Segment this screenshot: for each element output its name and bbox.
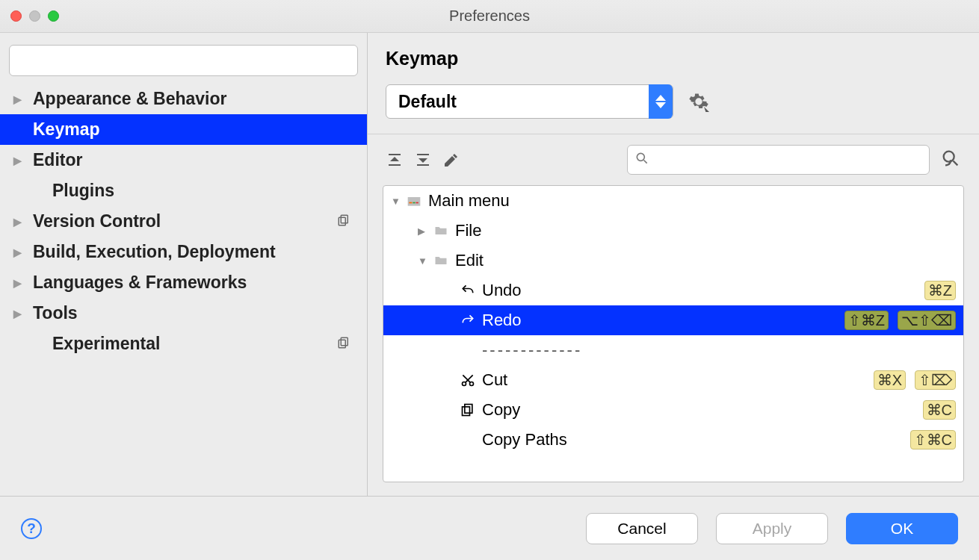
tree-item-label: Edit [455,251,484,270]
redo-icon [458,313,478,328]
action-tree[interactable]: ▼Main menu▶File▼EditUndo⌘ZRedo⇧⌘Z⌥⇧⌫----… [383,185,964,482]
svg-line-16 [644,161,647,164]
svg-rect-3 [339,217,345,225]
svg-rect-11 [389,164,401,166]
svg-rect-9 [389,154,401,155]
undo-icon [458,283,478,298]
svg-marker-7 [655,102,666,108]
collapse-all-button[interactable] [414,151,432,169]
chevron-right-icon: ▶ [13,308,25,320]
svg-marker-8 [704,107,709,112]
copy-settings-icon [337,334,350,354]
sidebar-item-editor[interactable]: ▶Editor [0,145,367,175]
help-button[interactable]: ? [21,518,42,539]
find-by-shortcut-icon[interactable] [940,148,961,172]
edit-icon[interactable] [442,151,460,169]
cancel-button[interactable]: Cancel [586,513,698,544]
keyboard-shortcut: ⌘C [923,400,956,420]
sidebar-search-input[interactable] [9,45,358,76]
svg-rect-12 [417,154,429,155]
svg-rect-27 [465,405,472,414]
content-heading: Keymap [368,33,979,75]
tree-item-label: Copy Paths [482,430,567,449]
shortcut-group: ⌘X⇧⌦ [874,370,956,390]
chevron-right-icon: ▶ [418,225,431,237]
separator-label: ------------- [482,340,582,360]
svg-marker-6 [655,95,666,101]
search-icon [634,151,649,169]
sidebar-item-languages-frameworks[interactable]: ▶Languages & Frameworks [0,267,367,298]
sidebar-item-label: Tools [33,303,78,323]
keymap-scheme-select[interactable]: Default [386,84,673,119]
tree-item-label: Copy [482,400,520,420]
svg-marker-10 [390,157,399,161]
svg-rect-5 [339,340,345,348]
sidebar-item-label: Languages & Frameworks [33,273,247,293]
action-search-input[interactable] [627,145,930,175]
tree-item-label: File [455,221,481,240]
tree-item-main-menu[interactable]: ▼Main menu [383,186,963,216]
keyboard-shortcut: ⌘X [874,370,906,390]
ok-button[interactable]: OK [846,513,958,544]
sidebar-item-plugins[interactable]: Plugins [0,175,367,206]
sidebar-item-experimental[interactable]: Experimental [0,329,367,359]
chevron-down-icon: ▼ [418,255,431,267]
svg-rect-28 [463,407,470,416]
svg-rect-21 [413,202,415,204]
sidebar-item-build-execution-deployment[interactable]: ▶Build, Execution, Deployment [0,237,367,267]
chevron-right-icon: ▶ [13,216,25,228]
keyboard-shortcut: ⌘Z [924,281,956,300]
svg-rect-20 [409,202,412,204]
keyboard-shortcut: ⇧⌘C [910,430,956,449]
titlebar: Preferences [0,0,979,33]
sidebar-item-label: Build, Execution, Deployment [33,242,276,262]
tree-item-copy-paths[interactable]: Copy Paths⇧⌘C [383,425,963,455]
tree-item-label: Redo [482,311,522,330]
shortcut-group: ⌘C [923,400,956,420]
svg-rect-19 [408,197,421,206]
copy-settings-icon [337,211,350,231]
chevron-right-icon: ▶ [13,155,25,167]
sidebar-item-label: Version Control [33,211,161,231]
tree-item-redo[interactable]: Redo⇧⌘Z⌥⇧⌫ [383,305,963,335]
tree-item-label: Undo [482,281,522,300]
svg-line-18 [954,161,958,166]
chevron-right-icon: ▶ [13,93,25,105]
footer: ? Cancel Apply OK [0,496,979,560]
sidebar-item-tools[interactable]: ▶Tools [0,298,367,329]
tree-item-cut[interactable]: Cut⌘X⇧⌦ [383,365,963,395]
cut-icon [458,373,478,388]
keymap-scheme-value: Default [398,92,457,112]
sidebar-item-keymap[interactable]: Keymap [0,114,367,145]
tree-separator: ------------- [383,335,963,365]
shortcut-group: ⌘Z [924,281,956,300]
menu-folder-icon [404,193,424,208]
gear-icon[interactable] [688,91,709,112]
sidebar-item-version-control[interactable]: ▶Version Control [0,206,367,237]
expand-all-button[interactable] [386,151,404,169]
svg-marker-13 [419,158,427,163]
chevron-down-icon: ▼ [391,196,404,207]
sidebar-item-label: Plugins [52,181,114,201]
svg-rect-14 [417,164,429,166]
svg-rect-22 [416,202,419,204]
chevron-updown-icon [649,84,673,119]
content-pane: Keymap Default [368,33,979,496]
chevron-right-icon: ▶ [13,246,25,258]
tree-item-undo[interactable]: Undo⌘Z [383,276,963,305]
sidebar-item-label: Editor [33,150,82,170]
keyboard-shortcut: ⇧⌘Z [844,311,889,330]
tree-item-file[interactable]: ▶File [383,216,963,246]
chevron-right-icon: ▶ [13,277,25,289]
sidebar-item-label: Experimental [52,334,160,354]
apply-button: Apply [716,513,828,544]
svg-point-15 [637,153,644,161]
sidebar-item-appearance-behavior[interactable]: ▶Appearance & Behavior [0,84,367,114]
folder-icon [431,253,451,268]
window-title: Preferences [0,7,979,25]
keyboard-shortcut: ⌥⇧⌫ [898,311,956,330]
category-list: ▶Appearance & BehaviorKeymap▶EditorPlugi… [0,84,367,496]
shortcut-group: ⇧⌘Z⌥⇧⌫ [844,311,956,330]
tree-item-edit[interactable]: ▼Edit [383,246,963,276]
tree-item-copy[interactable]: Copy⌘C [383,395,963,425]
